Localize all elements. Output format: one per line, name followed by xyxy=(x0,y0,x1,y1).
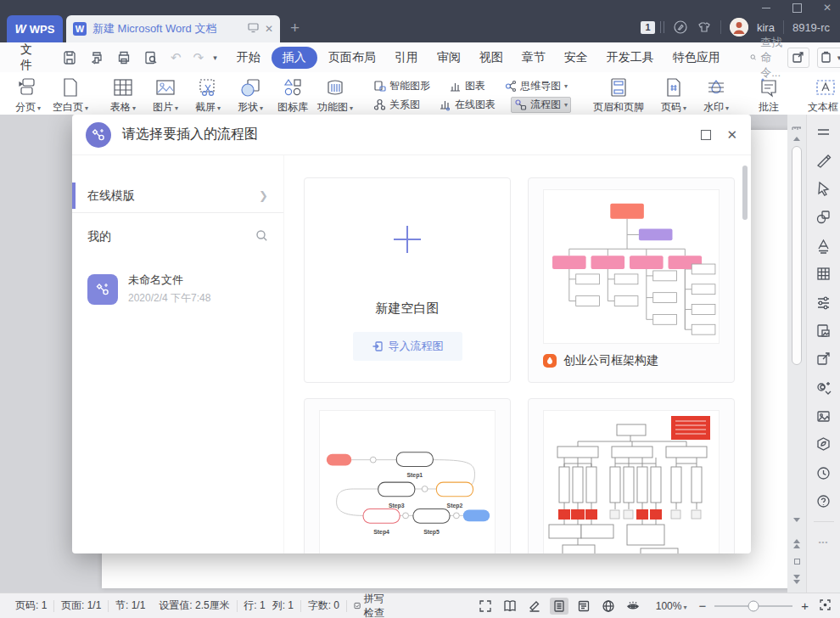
textbox-button[interactable]: 文本框 xyxy=(803,72,840,115)
zoom-slider-knob[interactable] xyxy=(748,600,759,611)
status-setting-value[interactable]: 设置值: 2.5厘米 xyxy=(152,598,236,613)
help-circle-icon[interactable] xyxy=(815,493,832,510)
skin-theme-icon[interactable] xyxy=(697,20,712,35)
ink-annotation-button[interactable] xyxy=(525,598,544,615)
monitor-icon[interactable] xyxy=(248,23,259,36)
history-clock-icon[interactable] xyxy=(815,464,832,481)
tab-developer[interactable]: 开发工具 xyxy=(599,47,662,69)
next-page-button[interactable] xyxy=(793,575,800,584)
zoom-slider[interactable] xyxy=(714,605,792,607)
undo-button[interactable]: ↶ xyxy=(171,49,182,66)
select-cursor-icon[interactable] xyxy=(815,180,832,197)
window-minimize-button[interactable] xyxy=(760,2,772,14)
table-button[interactable]: 表格 xyxy=(104,72,142,115)
tab-review[interactable]: 审阅 xyxy=(429,47,468,69)
adjust-lines-icon[interactable] xyxy=(815,123,832,140)
template-card-startup-orgchart[interactable]: 创业公司框架构建 xyxy=(528,177,735,383)
scroll-up-arrow[interactable] xyxy=(793,137,800,141)
status-line[interactable]: 行: 1 xyxy=(237,598,272,613)
member-leaf-icon[interactable] xyxy=(815,436,832,453)
status-column[interactable]: 列: 1 xyxy=(272,598,300,613)
dialog-close-button[interactable] xyxy=(726,127,737,143)
status-word-count[interactable]: 字数: 0 xyxy=(301,598,346,613)
recent-file-item[interactable]: 未命名文件 2020/2/4 下午7:48 xyxy=(72,272,283,306)
sidebar-item-online-templates[interactable]: 在线模版 xyxy=(72,179,283,213)
tab-insert[interactable]: 插入 xyxy=(272,47,317,69)
page-break-button[interactable]: 分页 xyxy=(9,72,47,115)
tab-page-layout[interactable]: 页面布局 xyxy=(321,47,384,69)
tab-security[interactable]: 安全 xyxy=(557,47,596,69)
status-page-number[interactable]: 页码: 1 xyxy=(8,598,53,613)
status-page-count[interactable]: 页面: 1/1 xyxy=(54,598,108,613)
window-maximize-button[interactable] xyxy=(791,2,803,14)
sidebar-item-mine[interactable]: 我的 xyxy=(72,220,283,254)
select-browse-object-button[interactable] xyxy=(794,559,800,565)
tab-special-features[interactable]: 特色应用 xyxy=(665,47,728,69)
header-footer-button[interactable]: 页眉和页脚 xyxy=(587,72,650,115)
find-command-search[interactable]: 查找命令... xyxy=(750,35,787,81)
output-button[interactable] xyxy=(89,49,104,66)
zoom-level-dropdown[interactable]: 100% xyxy=(656,600,687,612)
paste-options-button[interactable] xyxy=(817,48,840,68)
more-tools-icon[interactable] xyxy=(819,534,828,547)
zoom-in-button[interactable] xyxy=(801,598,809,613)
outline-view-button[interactable] xyxy=(574,598,593,615)
translate-icon[interactable] xyxy=(815,379,832,396)
window-close-button[interactable] xyxy=(821,2,833,14)
settings-sliders-icon[interactable] xyxy=(815,294,832,311)
search-icon[interactable] xyxy=(255,229,268,244)
new-tab-button[interactable] xyxy=(290,19,300,37)
mindmap-button[interactable]: 思维导图 xyxy=(501,78,571,94)
spell-check-button[interactable]: 拼写检查 xyxy=(347,592,396,618)
blank-page-button[interactable]: 空白页 xyxy=(52,72,89,115)
page-number-button[interactable]: 页码 xyxy=(655,72,692,115)
tab-close-icon[interactable]: ✕ xyxy=(265,23,273,35)
shapes-icon[interactable] xyxy=(815,209,832,226)
picture-button[interactable]: 图片 xyxy=(147,72,184,115)
save-button[interactable] xyxy=(62,49,77,66)
quickbar-dropdown-icon[interactable] xyxy=(213,53,217,62)
scroll-down-arrow[interactable] xyxy=(793,518,800,522)
dialog-maximize-button[interactable] xyxy=(701,130,711,140)
function-diagram-button[interactable]: 功能图 xyxy=(316,72,354,115)
tab-home[interactable]: 开始 xyxy=(229,47,268,69)
shapes-button[interactable]: 形状 xyxy=(232,72,269,115)
template-card-operations-orgchart[interactable] xyxy=(528,398,735,553)
tab-view[interactable]: 视图 xyxy=(472,47,511,69)
dialog-scrollbar-thumb[interactable] xyxy=(742,166,748,220)
share-arrow-icon[interactable] xyxy=(815,351,832,368)
chart-button[interactable]: 图表 xyxy=(445,78,489,94)
icon-library-button[interactable]: 图标库 xyxy=(274,72,311,115)
window-count-badge[interactable]: 1 xyxy=(641,21,655,34)
wordart-a-icon[interactable] xyxy=(815,237,832,254)
import-flowchart-button[interactable]: 导入流程图 xyxy=(353,332,462,361)
ruler-toggle-icon[interactable] xyxy=(792,121,802,130)
scrollbar-thumb[interactable] xyxy=(792,146,802,365)
share-button[interactable] xyxy=(787,48,809,68)
flowchart-button[interactable]: 流程图 xyxy=(511,97,571,113)
template-card-step-flow[interactable]: Step1 Step2 Step3 Step4 Step5 xyxy=(304,398,511,553)
tab-section[interactable]: 章节 xyxy=(514,47,553,69)
image-icon[interactable] xyxy=(815,407,832,424)
print-button[interactable] xyxy=(116,49,132,66)
fit-page-button[interactable] xyxy=(819,598,832,614)
fullscreen-view-button[interactable] xyxy=(476,598,495,615)
avatar[interactable] xyxy=(730,18,748,37)
pen-signature-icon[interactable] xyxy=(673,20,688,35)
previous-page-button[interactable] xyxy=(793,532,800,548)
print-preview-button[interactable] xyxy=(143,49,159,66)
document-tab[interactable]: 新建 Microsoft Word 文档 ✕ xyxy=(66,15,280,42)
new-blank-diagram-card[interactable]: 新建空白图 导入流程图 xyxy=(304,177,511,383)
read-layout-button[interactable] xyxy=(501,598,519,615)
online-chart-button[interactable]: 在线图表 xyxy=(435,97,499,113)
relation-diagram-button[interactable]: 关系图 xyxy=(370,97,423,113)
smart-graphic-button[interactable]: 智能图形 xyxy=(370,78,434,94)
web-view-button[interactable] xyxy=(599,598,618,615)
username-label[interactable]: kira xyxy=(757,21,775,34)
eye-protect-button[interactable] xyxy=(624,598,642,615)
edit-pen-icon[interactable] xyxy=(815,152,832,169)
screenshot-button[interactable]: 截屏 xyxy=(189,72,227,115)
doc-image-icon[interactable] xyxy=(815,323,832,340)
watermark-button[interactable]: 水印 xyxy=(697,72,735,115)
redo-button[interactable]: ↷ xyxy=(193,49,204,66)
